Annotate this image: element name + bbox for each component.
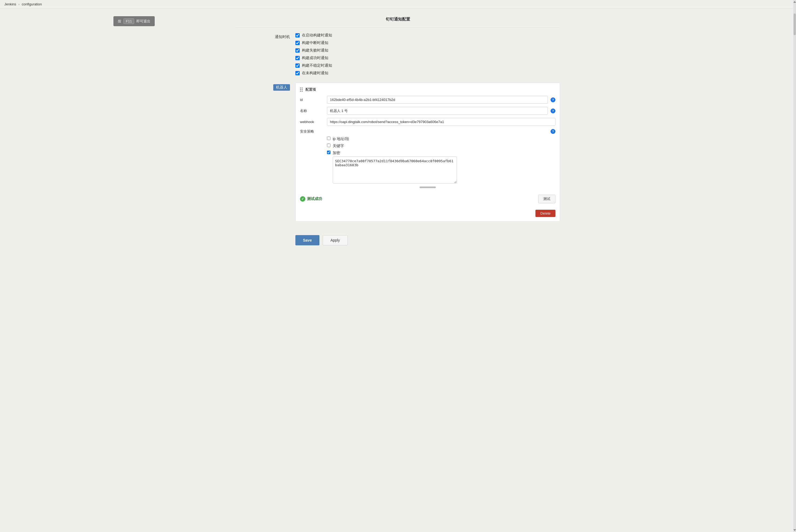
security-help-icon[interactable]: ? [551, 129, 555, 134]
checkbox-row-5: 在未构建时通知 [295, 71, 560, 76]
security-keyword-label: 关键字 [333, 144, 344, 149]
save-button[interactable]: Save [295, 235, 319, 245]
security-options: ip 地址/段 关键字 加密 SEC [327, 137, 555, 184]
name-help-icon[interactable]: ? [551, 109, 555, 113]
scroll-up-arrow[interactable] [793, 1, 796, 3]
security-label: 安全策略 [300, 129, 324, 134]
webhook-input[interactable] [327, 118, 555, 126]
id-input[interactable] [327, 96, 548, 103]
security-section: 安全策略 ? ip 地址/段 关键字 [300, 129, 555, 184]
checkbox-build-interrupted[interactable] [295, 41, 300, 45]
scrollbar-thumb[interactable] [794, 14, 796, 35]
checkbox-label-4: 构建不稳定时通知 [302, 63, 332, 68]
robot-config-content: 配置项 id ? 名称 ? [295, 82, 560, 222]
keyboard-hint-suffix: 即可退出 [136, 19, 150, 24]
checkbox-label-3: 构建成功时通知 [302, 56, 328, 60]
checkbox-label-2: 构建失败时通知 [302, 48, 328, 53]
encrypt-textarea[interactable]: SEC34778ce7a08f78577a2d11f8436d9ba67060e… [333, 156, 457, 184]
delete-button[interactable]: Delete [535, 210, 555, 217]
checkbox-row-2: 构建失败时通知 [295, 48, 560, 53]
section-title: 钉钉通知配置 [236, 17, 560, 22]
scrollbar[interactable] [793, 0, 796, 530]
checkbox-label-5: 在未构建时通知 [302, 71, 328, 76]
apply-button[interactable]: Apply [323, 235, 348, 245]
test-button[interactable]: 测试 [538, 195, 555, 203]
checkbox-build-failed[interactable] [295, 48, 300, 53]
checkbox-row-4: 构建不稳定时通知 [295, 63, 560, 68]
id-help-icon[interactable]: ? [551, 97, 555, 102]
inner-scrollbar[interactable] [420, 187, 436, 188]
main-content: 钉钉通知配置 通知时机 在启动构建时通知 构建中断时通知 构建失败时通知 [0, 8, 796, 530]
separator [236, 27, 560, 27]
webhook-label: webhook [300, 120, 324, 124]
breadcrumb: Jenkins › configuration [0, 0, 796, 8]
config-header: 配置项 [300, 87, 555, 92]
keyboard-hint: 按 F11 即可退出 [113, 16, 155, 26]
name-input[interactable] [327, 107, 548, 115]
robot-row: 机器人 [236, 82, 560, 222]
robot-label-cell: 机器人 [236, 82, 295, 91]
name-field-row: 名称 ? [300, 107, 555, 115]
form-section: 钉钉通知配置 通知时机 在启动构建时通知 构建中断时通知 构建失败时通知 [236, 17, 560, 245]
security-encrypt-checkbox[interactable] [327, 151, 331, 154]
name-label: 名称 [300, 109, 324, 113]
notification-timing-label: 通知时机 [236, 33, 295, 39]
config-section: 配置项 id ? 名称 ? [295, 82, 560, 222]
checkbox-build-unstable[interactable] [295, 63, 300, 68]
checkbox-label-1: 构建中断时通知 [302, 40, 328, 45]
security-keyword-row: 关键字 [327, 144, 555, 149]
checkbox-label-0: 在启动构建时通知 [302, 33, 332, 38]
test-success-row: ✓ 测试成功 测试 [300, 192, 555, 205]
checkbox-row-3: 构建成功时通知 [295, 56, 560, 60]
keyboard-hint-prefix: 按 [118, 19, 121, 24]
breadcrumb-configuration[interactable]: configuration [22, 2, 41, 6]
test-success-text: 测试成功 [307, 196, 322, 201]
config-header-label: 配置项 [306, 87, 316, 92]
checkbox-build-not-built[interactable] [295, 71, 300, 75]
webhook-field-row: webhook [300, 118, 555, 126]
security-encrypt-label: 加密 [333, 151, 340, 155]
breadcrumb-jenkins[interactable]: Jenkins [4, 2, 16, 6]
breadcrumb-separator: › [18, 2, 19, 6]
f11-key-badge: F11 [124, 18, 134, 24]
robot-label[interactable]: 机器人 [273, 84, 290, 91]
security-ip-checkbox[interactable] [327, 137, 331, 140]
security-ip-row: ip 地址/段 [327, 137, 555, 141]
action-buttons: Save Apply [236, 235, 560, 245]
checkbox-row-0: 在启动构建时通知 [295, 33, 560, 38]
checkbox-build-start[interactable] [295, 33, 300, 38]
config-dots-icon [300, 88, 303, 92]
checkbox-build-success[interactable] [295, 56, 300, 60]
notification-timing-row: 通知时机 在启动构建时通知 构建中断时通知 构建失败时通知 构建成功时通知 [236, 33, 560, 78]
notification-timing-content: 在启动构建时通知 构建中断时通知 构建失败时通知 构建成功时通知 构建不稳定时通… [295, 33, 560, 78]
id-field-row: id ? [300, 96, 555, 103]
security-ip-label: ip 地址/段 [333, 137, 349, 141]
checkbox-row-1: 构建中断时通知 [295, 40, 560, 45]
test-success-message: ✓ 测试成功 [300, 196, 322, 202]
success-check-icon: ✓ [300, 196, 306, 202]
scroll-down-arrow[interactable] [793, 529, 796, 530]
security-keyword-checkbox[interactable] [327, 144, 331, 147]
id-label: id [300, 98, 324, 102]
security-encrypt-row: 加密 SEC34778ce7a08f78577a2d11f8436d9ba670… [327, 151, 555, 184]
